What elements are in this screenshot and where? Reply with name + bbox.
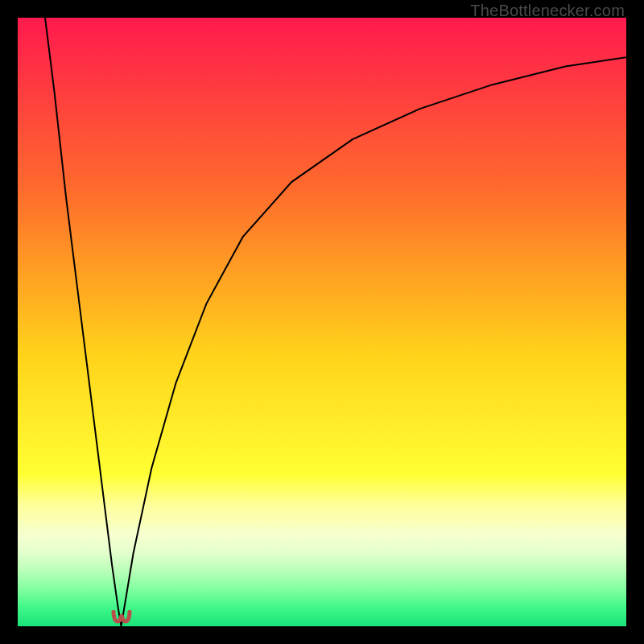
bottleneck-curve [18,18,626,626]
chart-stage: TheBottlenecker.com [0,0,644,644]
minimum-marker [110,610,133,625]
plot-area [18,18,626,626]
